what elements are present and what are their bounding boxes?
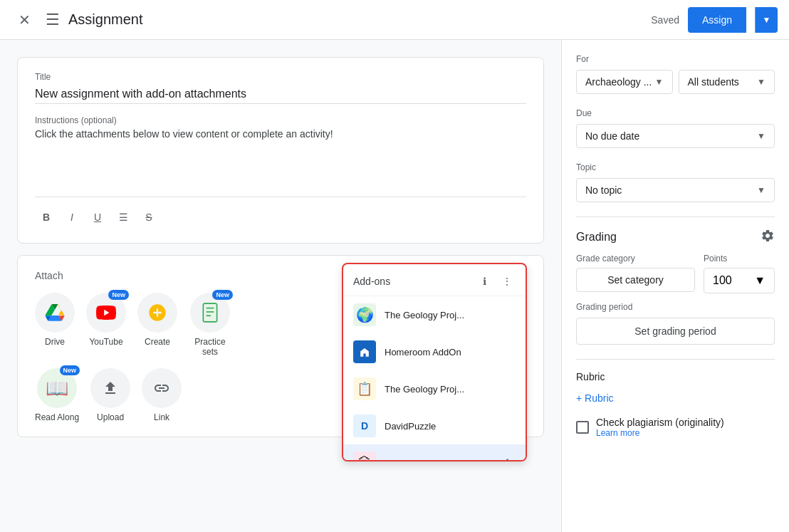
read-along-label: Read Along xyxy=(35,412,79,422)
for-section: For Archaeology ... ▼ All students ▼ xyxy=(576,54,775,94)
attach-item-create[interactable]: Create xyxy=(137,293,177,357)
attach-item-practice-sets[interactable]: New Practice sets xyxy=(189,293,231,357)
addons-header: Add-ons ℹ ⋮ xyxy=(343,264,526,296)
left-panel: Title Instructions (optional) Click the … xyxy=(0,40,561,532)
instructions-label: Instructions (optional) xyxy=(35,115,526,125)
students-dropdown[interactable]: All students ▼ xyxy=(679,70,775,94)
class-value: Archaeology ... xyxy=(585,76,652,88)
due-value: No due date xyxy=(585,130,639,142)
addon-name-davidpuzzle: DavidPuzzle xyxy=(385,421,516,432)
header-left: ✕ ☰ Assignment xyxy=(11,7,143,33)
topic-label: Topic xyxy=(576,162,775,172)
youtube-icon: New xyxy=(86,293,126,333)
set-category-button[interactable]: Set category xyxy=(576,268,695,292)
grading-settings-button[interactable] xyxy=(761,229,775,245)
addon-icon-geology2: 📋 xyxy=(353,377,376,400)
create-label: Create xyxy=(145,337,170,347)
formatting-toolbar: B I U ☰ S xyxy=(35,197,526,229)
title-input[interactable] xyxy=(35,85,526,104)
upload-label: Upload xyxy=(97,412,124,422)
due-dropdown[interactable]: No due date ▼ xyxy=(576,124,775,148)
read-along-icon: 📖 New xyxy=(37,368,77,408)
addons-header-icons: ℹ ⋮ xyxy=(476,273,516,290)
svg-rect-1 xyxy=(203,303,216,322)
addon-name-geology1: The Geology Proj... xyxy=(385,310,516,320)
list-button[interactable]: ☰ xyxy=(112,206,135,229)
attach-item-read-along[interactable]: 📖 New Read Along xyxy=(35,368,79,422)
add-rubric-button[interactable]: + Rubric xyxy=(576,388,614,408)
due-dropdown-arrow: ▼ xyxy=(757,131,766,141)
addons-menu-button[interactable]: ⋮ xyxy=(498,273,516,290)
addons-info-button[interactable]: ℹ xyxy=(476,273,493,290)
addon-name-google-arts: Google Arts & Cu... xyxy=(385,458,490,461)
attach-item-youtube[interactable]: New YouTube xyxy=(86,293,126,357)
topic-dropdown-arrow: ▼ xyxy=(757,185,766,195)
points-col: Points 100 ▼ xyxy=(704,254,775,293)
addons-popup: Add-ons ℹ ⋮ 🌍 The Geology Proj... xyxy=(342,263,527,461)
for-label: For xyxy=(576,54,775,64)
learn-more-link[interactable]: Learn more xyxy=(596,428,724,438)
addon-item-geology1[interactable]: 🌍 The Geology Proj... xyxy=(343,296,526,333)
addon-item-homeroom[interactable]: Homeroom AddOn xyxy=(343,333,526,370)
addon-name-geology2: The Geology Proj... xyxy=(385,384,516,395)
grade-category-label: Grade category xyxy=(576,254,695,264)
italic-button[interactable]: I xyxy=(61,206,83,229)
addons-title: Add-ons xyxy=(353,276,390,287)
points-dropdown[interactable]: 100 ▼ xyxy=(704,268,775,293)
topic-section: Topic No topic ▼ xyxy=(576,162,775,202)
grading-period-label: Grading period xyxy=(576,302,775,312)
assign-button[interactable]: Assign xyxy=(688,7,746,33)
class-dropdown[interactable]: Archaeology ... ▼ xyxy=(576,70,673,94)
addon-item-davidpuzzle[interactable]: D DavidPuzzle xyxy=(343,407,526,444)
set-grading-period-button[interactable]: Set grading period xyxy=(576,318,775,345)
divider-2 xyxy=(576,359,775,360)
class-dropdown-arrow: ▼ xyxy=(655,77,664,87)
addon-icon-davidpuzzle: D xyxy=(353,414,376,437)
main-layout: Title Instructions (optional) Click the … xyxy=(0,40,789,532)
students-dropdown-arrow: ▼ xyxy=(757,77,766,87)
plagiarism-checkbox[interactable] xyxy=(576,421,589,434)
addon-icon-geology1: 🌍 xyxy=(353,303,376,326)
drive-label: Drive xyxy=(45,337,65,347)
plagiarism-text-block: Check plagiarism (originality) Learn mor… xyxy=(596,417,724,438)
form-card: Title Instructions (optional) Click the … xyxy=(17,57,544,244)
attach-item-upload[interactable]: Upload xyxy=(90,368,130,422)
assign-dropdown-button[interactable]: ▼ xyxy=(755,7,778,33)
addons-list: 🌍 The Geology Proj... Homeroom AddOn 📋 T… xyxy=(343,296,526,460)
instructions-input[interactable]: Click the attachments below to view cont… xyxy=(35,128,526,185)
header-right: Saved Assign ▼ xyxy=(651,7,778,33)
plagiarism-label: Check plagiarism (originality) xyxy=(596,417,724,428)
addon-info-google-arts[interactable]: ℹ xyxy=(498,454,516,460)
close-button[interactable]: ✕ xyxy=(11,7,37,33)
addon-item-google-arts[interactable]: 🏛 Google Arts & Cu... ℹ xyxy=(343,444,526,460)
read-along-new-badge: New xyxy=(60,365,80,375)
addon-icon-homeroom xyxy=(353,340,376,363)
grade-row: Grade category Set category Points 100 ▼ xyxy=(576,254,775,293)
practice-sets-label: Practice sets xyxy=(189,337,231,357)
youtube-new-badge: New xyxy=(108,290,129,300)
rubric-title: Rubric xyxy=(576,371,775,382)
divider-1 xyxy=(576,217,775,217)
attach-item-link[interactable]: Link xyxy=(142,368,182,422)
rubric-section: Rubric + Rubric xyxy=(576,371,775,408)
practice-sets-new-badge: New xyxy=(212,290,233,300)
document-icon: ☰ xyxy=(46,11,60,29)
topic-dropdown[interactable]: No topic ▼ xyxy=(576,178,775,202)
drive-icon xyxy=(35,293,75,333)
underline-button[interactable]: U xyxy=(86,206,109,229)
link-label: Link xyxy=(154,412,169,422)
grade-category-col: Grade category Set category xyxy=(576,254,695,293)
attach-item-drive[interactable]: Drive xyxy=(35,293,75,357)
points-dropdown-arrow: ▼ xyxy=(754,274,766,287)
addon-icon-google-arts: 🏛 xyxy=(353,452,376,460)
bold-button[interactable]: B xyxy=(35,206,58,229)
addon-item-geology2[interactable]: 📋 The Geology Proj... xyxy=(343,370,526,407)
points-label: Points xyxy=(704,254,775,264)
grading-title: Grading xyxy=(576,229,775,245)
strikethrough-button[interactable]: S xyxy=(137,206,160,229)
right-panel: For Archaeology ... ▼ All students ▼ Due… xyxy=(561,40,789,532)
points-value: 100 xyxy=(713,274,732,287)
practice-sets-icon: New xyxy=(190,293,230,333)
page-title: Assignment xyxy=(68,11,143,28)
saved-status: Saved xyxy=(651,14,679,26)
